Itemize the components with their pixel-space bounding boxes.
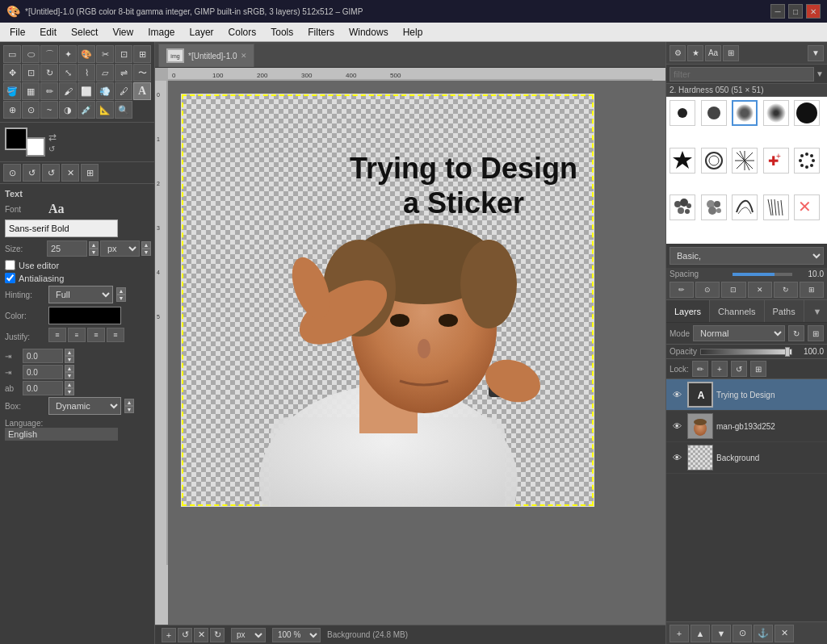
layer-eye-text[interactable]: 👁	[670, 387, 684, 402]
layer-raise-button[interactable]: ▲	[691, 625, 710, 642]
brush-new-button[interactable]: ★	[687, 45, 703, 61]
layer-add-button[interactable]: +	[670, 625, 689, 642]
opacity-slider[interactable]	[700, 349, 792, 355]
layer-anchor-button[interactable]: ⚓	[754, 625, 773, 642]
justify-right-button[interactable]: ≡	[87, 328, 105, 342]
brush-paste-button[interactable]: ⊡	[721, 282, 745, 298]
layer-eye-background[interactable]: 👁	[670, 450, 684, 465]
tool-zoom[interactable]: 🔍	[115, 101, 132, 119]
status-undo-button[interactable]: ↺	[178, 628, 192, 642]
tool-eraser[interactable]: ⬜	[78, 82, 95, 100]
tool-dodge-burn[interactable]: ◑	[59, 101, 77, 119]
menu-view[interactable]: View	[106, 25, 140, 40]
layer-row-background[interactable]: 👁 Background	[666, 442, 827, 474]
status-add-button[interactable]: +	[162, 628, 176, 642]
text-color-swatch[interactable]	[48, 307, 121, 324]
box-down-button[interactable]: ▼	[124, 406, 134, 413]
tool-flip[interactable]: ⇌	[115, 64, 132, 82]
minimize-button[interactable]: ─	[770, 4, 785, 19]
brush-item[interactable]: ✚ +	[763, 148, 789, 174]
brush-refresh-button[interactable]: Aa	[705, 45, 721, 61]
foreground-color-swatch[interactable]	[5, 128, 27, 150]
justify-center-button[interactable]: ≡	[68, 328, 86, 342]
justify-left-button[interactable]: ≡	[48, 328, 66, 342]
mode-select[interactable]: Normal Multiply Screen	[693, 325, 785, 341]
font-input[interactable]	[5, 220, 118, 237]
zoom-select[interactable]: 100 % 50 % 200 %	[272, 628, 321, 642]
menu-layer[interactable]: Layer	[183, 25, 220, 40]
spacing-bar[interactable]	[733, 273, 792, 276]
box-select[interactable]: Dynamic Fixed	[48, 397, 121, 415]
layer-delete-button[interactable]: ✕	[775, 625, 794, 642]
tool-bucket-fill[interactable]: 🪣	[3, 82, 21, 100]
brush-settings-button[interactable]: ⚙	[670, 45, 686, 61]
layer-duplicate-button[interactable]: ⊙	[733, 625, 752, 642]
tool-rect-select[interactable]: ▭	[3, 45, 21, 63]
tool-text[interactable]: A	[133, 82, 151, 100]
layer-row-person[interactable]: 👁 man-gb193d252	[666, 411, 827, 442]
indent-input-1[interactable]	[23, 349, 63, 363]
tool-move[interactable]: ✥	[3, 64, 21, 82]
tool-fuzzy-select[interactable]: ✦	[59, 45, 77, 63]
indent-down-1-button[interactable]: ▼	[65, 356, 74, 363]
indent-up-3-button[interactable]: ▲	[65, 381, 74, 388]
tool-pencil[interactable]: ✏	[40, 82, 58, 100]
unit-up-button[interactable]: ▲	[141, 241, 151, 249]
opacity-handle[interactable]	[785, 347, 790, 357]
brush-item[interactable]: ✕	[794, 194, 820, 220]
brush-extra-button[interactable]: ⊞	[723, 45, 739, 61]
menu-edit[interactable]: Edit	[33, 25, 63, 40]
menu-select[interactable]: Select	[65, 25, 104, 40]
brushes-panel-menu-button[interactable]: ▼	[808, 45, 824, 61]
tool-measure[interactable]: 📐	[96, 101, 114, 119]
layer-lower-button[interactable]: ▼	[712, 625, 731, 642]
indent-input-3[interactable]	[23, 381, 63, 395]
close-button[interactable]: ✕	[806, 4, 821, 19]
brush-edit-button[interactable]: ✏	[670, 282, 694, 298]
unit-down-button[interactable]: ▼	[141, 249, 151, 256]
brush-refresh-action-button[interactable]: ↻	[774, 282, 798, 298]
background-color-swatch[interactable]	[26, 137, 45, 157]
hinting-select[interactable]: Full None Slight Medium	[48, 286, 113, 303]
use-editor-checkbox[interactable]	[5, 260, 15, 270]
brush-item-selected[interactable]	[732, 100, 758, 126]
tool-crop[interactable]: ⊡	[22, 64, 40, 82]
tool-warp[interactable]: 〜	[133, 64, 151, 82]
tool-extra-5[interactable]: ⊞	[81, 164, 99, 182]
menu-windows[interactable]: Windows	[342, 25, 395, 40]
tool-airbrush[interactable]: 💨	[96, 82, 114, 100]
reset-colors-button[interactable]: ↺	[48, 144, 57, 153]
brush-item[interactable]	[732, 148, 758, 174]
layer-row-text[interactable]: 👁 A Trying to Design	[666, 379, 827, 411]
brush-more-button[interactable]: ⊞	[800, 282, 824, 298]
brush-copy-button[interactable]: ⊙	[695, 282, 720, 298]
status-delete-button[interactable]: ✕	[194, 628, 208, 642]
swap-colors-button[interactable]: ⇄	[48, 132, 57, 143]
layers-panel-menu-button[interactable]: ▼	[808, 300, 827, 322]
tool-clone[interactable]: ⊙	[22, 101, 40, 119]
brush-item[interactable]	[670, 194, 695, 220]
tool-align[interactable]: ⊞	[133, 45, 151, 63]
tool-extra-4[interactable]: ✕	[61, 164, 79, 182]
filter-input[interactable]	[670, 67, 814, 82]
tool-paintbrush[interactable]: 🖌	[59, 82, 77, 100]
maximize-button[interactable]: □	[788, 4, 803, 19]
indent-input-2[interactable]	[23, 365, 63, 379]
tab-close-button[interactable]: ✕	[241, 52, 247, 60]
size-input[interactable]	[47, 240, 87, 257]
mode-undo-button[interactable]: ↻	[788, 325, 804, 341]
indent-down-2-button[interactable]: ▼	[65, 372, 74, 379]
tool-extra-3[interactable]: ↺	[42, 164, 60, 182]
indent-down-3-button[interactable]: ▼	[65, 388, 74, 395]
tab-channels[interactable]: Channels	[710, 300, 764, 322]
basic-select[interactable]: Basic, All	[670, 247, 824, 265]
tool-select-by-color[interactable]: 🎨	[78, 45, 95, 63]
tool-color-picker[interactable]: 💉	[78, 101, 95, 119]
brush-item[interactable]	[670, 100, 695, 126]
menu-help[interactable]: Help	[397, 25, 430, 40]
lock-alpha-button[interactable]: +	[712, 361, 728, 377]
tool-scissors[interactable]: ✂	[96, 45, 114, 63]
tool-heal[interactable]: ⊕	[3, 101, 21, 119]
canvas-image[interactable]: Trying to Design a Sticker	[181, 94, 594, 507]
tool-rotate[interactable]: ↻	[40, 64, 58, 82]
